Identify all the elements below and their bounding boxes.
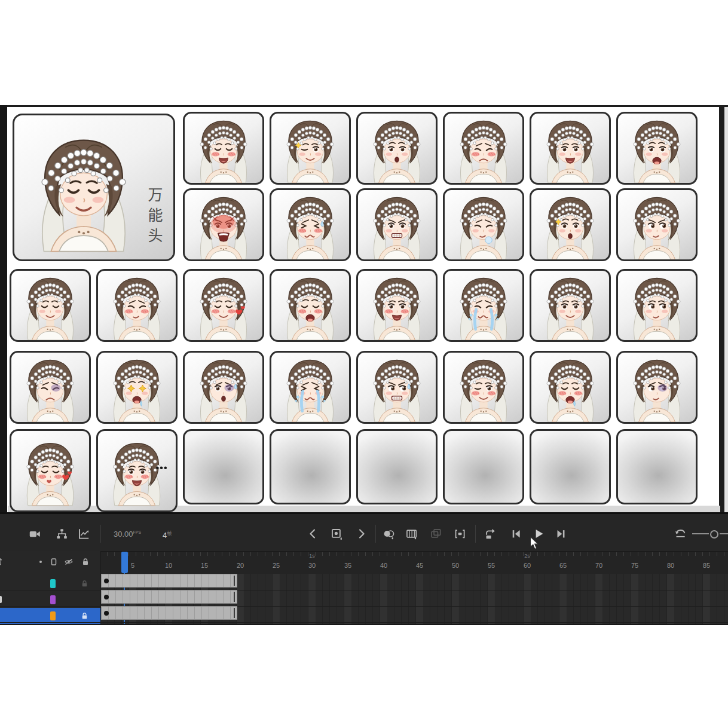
expression-card-r1-c2-wink-sparkle[interactable] — [270, 112, 351, 185]
expression-card-r2-c2-crying-grimace[interactable] — [270, 188, 351, 261]
ruler-label-35: 35 — [344, 562, 351, 569]
ruler-label-15: 15 — [201, 562, 208, 569]
empty-card-r5-c4[interactable] — [270, 429, 351, 504]
frame-band-55 — [488, 574, 495, 624]
expression-card-r2-c3-angry-grit[interactable] — [356, 188, 438, 261]
expression-grid — [0, 105, 728, 512]
ruler-label-65: 65 — [559, 562, 567, 569]
expression-card-r4-c8-beaten-smirk[interactable] — [616, 351, 698, 424]
ruler-label-85: 85 — [703, 562, 710, 569]
expression-card-r3-c1-shy-smile[interactable] — [10, 269, 91, 342]
expression-card-r2-c5-amazed-sparkle[interactable] — [530, 188, 611, 261]
span-brackets-icon[interactable] — [454, 528, 466, 540]
toolbar-divider — [100, 525, 101, 543]
sitemap-icon[interactable] — [56, 528, 68, 540]
target-dot-icon[interactable] — [36, 557, 45, 567]
keyframe-span-layer-2[interactable] — [101, 590, 237, 604]
expression-card-r4-c2-star-eyes-drool[interactable] — [96, 351, 178, 424]
ruler-label-55: 55 — [488, 562, 495, 569]
lock-icon[interactable] — [81, 557, 90, 567]
reset-zoom-icon[interactable] — [674, 528, 686, 540]
expression-card-r4-c6-happy-wink[interactable] — [443, 351, 524, 424]
expression-card-r4-c4-bawling[interactable] — [270, 351, 351, 424]
layer-color-swatch[interactable] — [50, 579, 56, 588]
expression-card-r4-c3-shocked-bruise[interactable] — [183, 351, 264, 424]
expression-card-r5-c2-tongue-dots[interactable] — [96, 429, 178, 512]
empty-card-r5-c6[interactable] — [443, 429, 524, 504]
empty-card-r5-c3[interactable] — [183, 429, 264, 504]
top-blank-area — [0, 0, 728, 105]
frame-band-40 — [380, 574, 387, 624]
expression-card-r2-c1-furious-shout[interactable] — [183, 188, 264, 261]
expression-card-r5-c1-kiss-hearts[interactable] — [10, 429, 91, 512]
expression-card-r4-c7-laugh-drool[interactable] — [530, 351, 611, 424]
empty-card-r5-c5[interactable] — [356, 429, 438, 504]
ruler-label-80: 80 — [667, 562, 674, 569]
graph-icon[interactable] — [78, 528, 90, 540]
layer-color-swatch[interactable] — [50, 611, 56, 620]
outline-box-icon[interactable] — [49, 557, 59, 567]
layer-row-2[interactable] — [0, 592, 100, 608]
layer-color-swatch[interactable] — [50, 595, 56, 604]
empty-card-r5-c7[interactable] — [530, 429, 611, 504]
stage-canvas[interactable]: 万能头 — [0, 105, 728, 512]
timeline-panel: 30.00FPS 4帧 5101520253035404550556065707… — [0, 512, 728, 625]
ruler-label-25: 25 — [273, 562, 280, 569]
edit-multiple-frames-icon — [430, 528, 442, 540]
expression-card-r1-c5-lick-lips[interactable] — [530, 112, 611, 185]
expression-card-r3-c6-teary-sad[interactable] — [443, 269, 524, 342]
loop-playback-icon[interactable] — [484, 528, 496, 540]
row-divider — [0, 622, 728, 623]
hide-eye-icon[interactable] — [64, 557, 74, 567]
ruler-seconds-2s: 2s — [524, 553, 530, 559]
trash-icon[interactable] — [0, 557, 7, 567]
keyframe-dot[interactable] — [104, 579, 109, 583]
onion-skin-outlines-icon[interactable] — [405, 528, 417, 540]
expression-card-r3-c3-heart-smile[interactable] — [183, 269, 264, 342]
zoom-slider-knob[interactable] — [710, 530, 718, 539]
ruler-label-60: 60 — [524, 562, 531, 569]
keyframe-span-layer-3[interactable] — [101, 606, 237, 620]
keyframe-span-layer-1[interactable] — [101, 574, 237, 588]
expression-card-r2-c4-sleepy-bubble[interactable] — [443, 188, 524, 261]
span-end-marker — [234, 608, 235, 618]
frame-band-20 — [237, 574, 244, 624]
expression-card-r1-c3-surprised-o[interactable] — [356, 112, 438, 185]
expression-card-r4-c1-worried-bruise[interactable] — [10, 351, 91, 424]
layer-lock-icon[interactable] — [80, 579, 89, 588]
expression-card-r3-c8-smug-glance[interactable] — [616, 269, 698, 342]
fps-hot-text[interactable]: 30.00FPS — [114, 530, 141, 539]
expression-card-r1-c1-laugh-tongue[interactable] — [183, 112, 264, 185]
keyframe-dot[interactable] — [104, 595, 109, 599]
onion-skin-icon[interactable] — [383, 528, 394, 540]
frame-band-60 — [524, 574, 531, 624]
expression-card-r3-c4-big-grin[interactable] — [270, 269, 351, 342]
empty-card-r5-c8[interactable] — [616, 429, 698, 504]
current-frame-icon[interactable] — [331, 528, 342, 540]
next-keyframe-icon[interactable] — [356, 528, 368, 540]
step-forward-icon[interactable] — [555, 528, 567, 540]
expression-card-r1-c4-sad-glance[interactable] — [443, 112, 524, 185]
expression-card-r3-c2-sad-pout[interactable] — [96, 269, 178, 342]
previous-keyframe-icon[interactable] — [307, 528, 319, 540]
expression-card-r4-c5-annoyed-grit[interactable] — [356, 351, 438, 424]
expression-card-r3-c7-gentle-smile[interactable] — [530, 269, 611, 342]
expression-card-r1-c6-excited-laugh[interactable] — [616, 112, 698, 185]
timeline-toolbar: 30.00FPS 4帧 — [0, 514, 728, 551]
expression-card-r2-c6-disdain-pout[interactable] — [616, 188, 698, 261]
step-back-icon[interactable] — [510, 528, 522, 540]
expression-card-r3-c5-awkward-tongue[interactable] — [356, 269, 438, 342]
playhead[interactable] — [121, 552, 128, 573]
camera-icon[interactable] — [29, 528, 41, 540]
frame-band-85 — [703, 574, 710, 624]
timeline-zoom-slider[interactable] — [691, 529, 728, 539]
current-frame-hot-text[interactable]: 4帧 — [163, 530, 172, 540]
frame-ruler[interactable]: 5101520253035404550556065707580851s2s — [0, 551, 728, 574]
ruler-ticks — [100, 552, 728, 556]
bottom-blank-area — [0, 625, 728, 728]
keyframe-dot[interactable] — [104, 611, 109, 616]
layer-row-1[interactable] — [0, 576, 100, 592]
layer-row-3[interactable] — [0, 608, 100, 624]
layer-lock-icon[interactable] — [80, 611, 89, 620]
frame-band-25 — [273, 574, 280, 624]
